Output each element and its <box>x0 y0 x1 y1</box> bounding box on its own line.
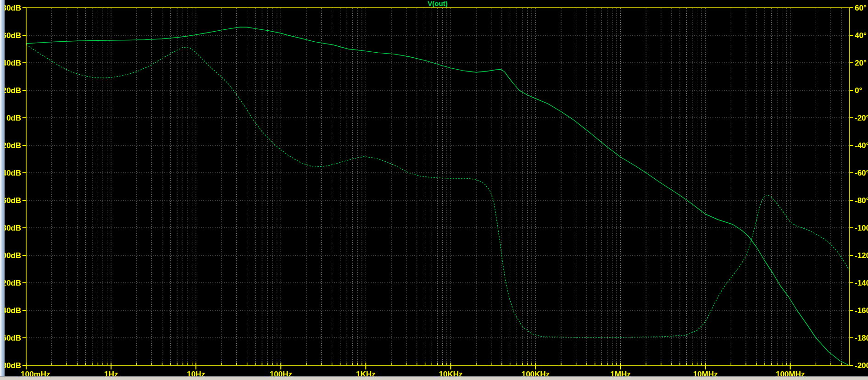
y-axis-right-label: 40° <box>855 31 867 40</box>
y-axis-right-label: -180° <box>855 334 868 342</box>
bode-plot-canvas[interactable]: V(out) 80dB60dB40dB20dB0dB-20dB-40dB-60d… <box>0 0 868 380</box>
y-axis-left-label: 60dB <box>2 31 21 40</box>
y-axis-right-label: -20° <box>855 114 868 122</box>
window-border-bottom <box>0 376 868 380</box>
window-border-left <box>0 0 5 380</box>
y-axis-right-label: -100° <box>855 224 868 232</box>
ltspice-waveform-window: V(out) 80dB60dB40dB20dB0dB-20dB-40dB-60d… <box>0 0 868 380</box>
y-axis-right-label: -80° <box>855 196 868 205</box>
plot-frame <box>26 8 850 365</box>
y-axis-right-label: 60° <box>855 4 867 12</box>
plot-title: V(out) <box>428 0 447 7</box>
y-axis-right-label: -120° <box>855 251 868 260</box>
y-axis-left-label: 80dB <box>2 4 21 12</box>
y-axis-right-label: -60° <box>855 169 868 177</box>
y-axis-right-label: 0° <box>855 86 862 95</box>
y-axis-right-label: -200° <box>855 361 868 370</box>
y-axis-right-label: -160° <box>855 306 868 315</box>
y-axis-right-label: -140° <box>855 279 868 287</box>
y-axis-right-label: -40° <box>855 141 868 150</box>
y-axis-left-label: 40dB <box>2 59 21 67</box>
y-axis-right-label: 20° <box>855 59 867 67</box>
y-axis-left-label: 20dB <box>2 86 21 95</box>
y-axis-left-label: 0dB <box>6 114 21 122</box>
